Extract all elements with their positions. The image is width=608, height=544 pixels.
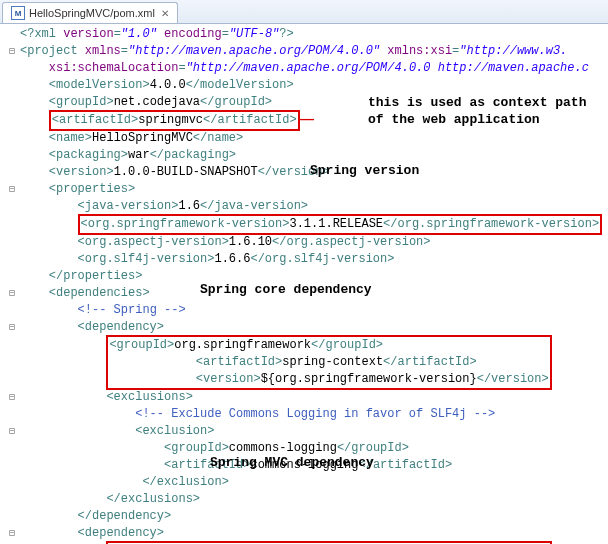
highlight-spring-version: <org.springframework-version>3.1.1.RELEA… xyxy=(78,214,603,235)
tab-bar: M HelloSpringMVC/pom.xml ✕ xyxy=(0,0,608,24)
annotation-context-1: this is used as context path xyxy=(368,94,586,111)
maven-file-icon: M xyxy=(11,6,25,20)
file-tab[interactable]: M HelloSpringMVC/pom.xml ✕ xyxy=(2,2,178,23)
annotation-context-2: of the web application xyxy=(368,111,540,128)
close-icon[interactable]: ✕ xyxy=(161,8,169,19)
tab-title: HelloSpringMVC/pom.xml xyxy=(29,7,155,19)
fold-icon[interactable]: ⊟ xyxy=(4,285,20,302)
highlight-artifactid: <artifactId>springmvc</artifactId> xyxy=(49,110,300,131)
annotation-spring-version: Spring version xyxy=(310,162,419,179)
annotation-core-dep: Spring core dependency xyxy=(200,281,372,298)
fold-icon[interactable]: ⊟ xyxy=(4,525,20,542)
fold-icon[interactable]: ⊟ xyxy=(4,389,20,406)
xml-editor[interactable]: this is used as context path of the web … xyxy=(0,24,608,544)
fold-icon[interactable]: ⊟ xyxy=(4,319,20,336)
fold-icon[interactable]: ⊟ xyxy=(4,423,20,440)
fold-icon[interactable]: ⊟ xyxy=(4,43,20,60)
annotation-mvc-dep: Spring MVC dependency xyxy=(210,454,374,471)
highlight-core-dep: <groupId>org.springframework</groupId> <… xyxy=(106,335,551,390)
fold-icon[interactable]: ⊟ xyxy=(4,181,20,198)
